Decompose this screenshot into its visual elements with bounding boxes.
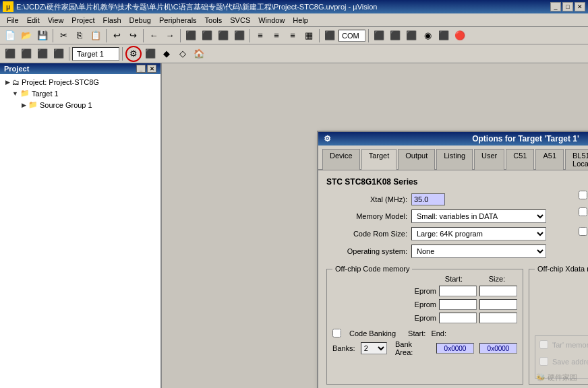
minimize-button[interactable]: _: [550, 2, 561, 11]
os-select[interactable]: None RTX-51 Tiny RTX-51 Full: [411, 245, 546, 258]
toolbar-icon7[interactable]: ≡: [285, 29, 300, 42]
target-options-button[interactable]: ⚙: [125, 46, 142, 62]
menu-peripherals[interactable]: Peripherals: [155, 15, 201, 25]
menu-help[interactable]: Help: [289, 15, 312, 25]
toolbar2-icon6[interactable]: ◆: [159, 47, 174, 61]
menu-svcs[interactable]: SVCS: [226, 15, 254, 25]
nav-back-button[interactable]: ←: [146, 29, 161, 42]
toolbar-icon14[interactable]: ⬛: [436, 29, 451, 42]
redo-button[interactable]: ↪: [125, 29, 140, 42]
code-banking-label: Code Banking: [349, 329, 396, 337]
dialog-title-icon: ⚙: [324, 134, 331, 143]
memory-model-select[interactable]: Small: variables in DATA Compact: variab…: [411, 209, 546, 223]
new-file-button[interactable]: 📄: [3, 29, 18, 42]
dialog-content: STC STC8G1K08 Series Xtal (MHz): Memory …: [318, 170, 588, 388]
onchip-rom-checkbox[interactable]: [579, 191, 587, 199]
onchip-xram-checkbox[interactable]: [579, 207, 587, 216]
toolbar-sep5: [249, 29, 250, 42]
tab-a51[interactable]: A51: [535, 149, 564, 170]
menu-tools[interactable]: Tools: [201, 15, 227, 25]
toolbar2-icon5[interactable]: ⬛: [143, 47, 158, 61]
save-sfr-checkbox[interactable]: [539, 357, 548, 366]
maximize-button[interactable]: □: [562, 2, 573, 11]
toolbar-icon10[interactable]: ⬛: [372, 29, 386, 42]
watermark-icon: 🐝: [536, 373, 546, 381]
paste-button[interactable]: 📋: [88, 29, 103, 42]
panel-close-btn[interactable]: ✕: [147, 65, 156, 73]
tab-device[interactable]: Device: [322, 149, 360, 170]
panel-min-btn[interactable]: _: [136, 65, 146, 73]
save-sfr-row: Save address extension SFR in interrupts: [539, 357, 588, 366]
menu-edit[interactable]: Edit: [23, 15, 44, 25]
toolbar2-icon8[interactable]: 🏠: [192, 47, 206, 61]
menu-project[interactable]: Project: [67, 15, 98, 25]
copy-button[interactable]: ⎘: [72, 29, 87, 42]
bank-end-input[interactable]: [479, 343, 517, 354]
eprom1-start-input[interactable]: [439, 286, 477, 296]
menu-debug[interactable]: Debug: [125, 15, 155, 25]
dptr-checkbox[interactable]: [579, 227, 587, 236]
eprom3-start-input[interactable]: [439, 313, 477, 323]
target-selector[interactable]: Target 1: [72, 47, 119, 61]
eprom1-size-input[interactable]: [479, 286, 517, 296]
eprom2-size-input[interactable]: [479, 299, 517, 310]
menu-view[interactable]: View: [44, 15, 68, 25]
eprom3-label: Eprom: [409, 314, 436, 322]
tab-user[interactable]: User: [474, 149, 504, 170]
cut-button[interactable]: ✂: [56, 29, 71, 42]
toolbar-icon8[interactable]: ▦: [301, 29, 316, 42]
toolbar-icon3[interactable]: ⬛: [216, 29, 231, 42]
code-banking-checkbox[interactable]: [332, 329, 341, 337]
banks-select[interactable]: 2 4: [361, 342, 387, 354]
toolbar-icon6[interactable]: ≡: [269, 29, 284, 42]
target-item[interactable]: ▼ 📁 Target 1: [9, 88, 158, 99]
eprom3-size-input[interactable]: [479, 313, 517, 323]
banks-section: Banks: 2 4 Bank Area:: [332, 340, 517, 356]
toolbar2-icon2[interactable]: ⬛: [19, 47, 34, 61]
menu-flash[interactable]: Flash: [99, 15, 125, 25]
toolbar2-icon1[interactable]: ⬛: [3, 47, 18, 61]
toolbar-icon11[interactable]: ⬛: [388, 29, 403, 42]
toolbar-icon1[interactable]: ⬛: [183, 29, 198, 42]
editor-area: ⚙ Options for Target 'Target 1' ✕ Device…: [162, 63, 588, 388]
tab-output[interactable]: Output: [398, 149, 435, 170]
source-group-item[interactable]: ▶ 📁 Source Group 1: [19, 99, 158, 110]
tab-target[interactable]: Target: [361, 149, 397, 170]
xtal-input[interactable]: [411, 193, 445, 205]
offchip-ram1-row: Ram: [535, 286, 588, 296]
project-root-item[interactable]: ▶ 🗂 Project: Project-STC8G: [3, 77, 158, 88]
save-button[interactable]: 💾: [35, 29, 50, 42]
toolbar2-icon3[interactable]: ⬛: [35, 47, 50, 61]
bank-start-input[interactable]: [436, 343, 474, 354]
code-rom-select-container: Small: 2K program Compact: 2K program La…: [411, 227, 546, 240]
code-rom-select[interactable]: Small: 2K program Compact: 2K program La…: [411, 227, 546, 240]
toolbar-icon15[interactable]: 🔴: [452, 29, 467, 42]
window-controls[interactable]: _ □ ✕: [550, 2, 585, 11]
toolbar-icon2[interactable]: ⬛: [200, 29, 214, 42]
bottom-section: Off-chip Code memory Start: Size: Eprom …: [326, 269, 588, 385]
eprom2-label: Eprom: [409, 300, 436, 309]
toolbar-icon9[interactable]: ⬛: [322, 29, 337, 42]
toolbar-icon4[interactable]: ⬛: [232, 29, 247, 42]
nav-forward-button[interactable]: →: [163, 29, 177, 42]
tab-c51[interactable]: C51: [506, 149, 534, 170]
group-folder-icon: 📁: [28, 100, 38, 109]
tab-listing[interactable]: Listing: [436, 149, 473, 170]
toolbar-icon5[interactable]: ≡: [253, 29, 268, 42]
bank-area-label: Bank Area:: [395, 340, 431, 356]
toolbar2-icon4[interactable]: ⬛: [51, 47, 66, 61]
far-memory-checkbox[interactable]: [539, 340, 548, 349]
open-file-button[interactable]: 📂: [19, 29, 34, 42]
toolbar2-icon7[interactable]: ◇: [175, 47, 190, 61]
onchip-rom-row: Use On-chip ROM (0x0-0x1FF8): [579, 191, 588, 199]
toolbar-icon13[interactable]: ◉: [420, 29, 435, 42]
toolbar-icon12[interactable]: ⬛: [404, 29, 419, 42]
tab-bl51-locate[interactable]: BL51 Locate: [565, 149, 588, 170]
menu-window[interactable]: Window: [254, 15, 289, 25]
undo-button[interactable]: ↩: [109, 29, 124, 42]
title-text: E:\JCDZ\硬件家园\单片机教学\技术专题\单片机\C语言基础专题\代码\新…: [16, 2, 550, 12]
menu-file[interactable]: File: [3, 15, 23, 25]
eprom2-start-input[interactable]: [439, 299, 477, 310]
code-rom-label: Code Rom Size:: [326, 230, 407, 238]
close-button[interactable]: ✕: [575, 2, 585, 11]
